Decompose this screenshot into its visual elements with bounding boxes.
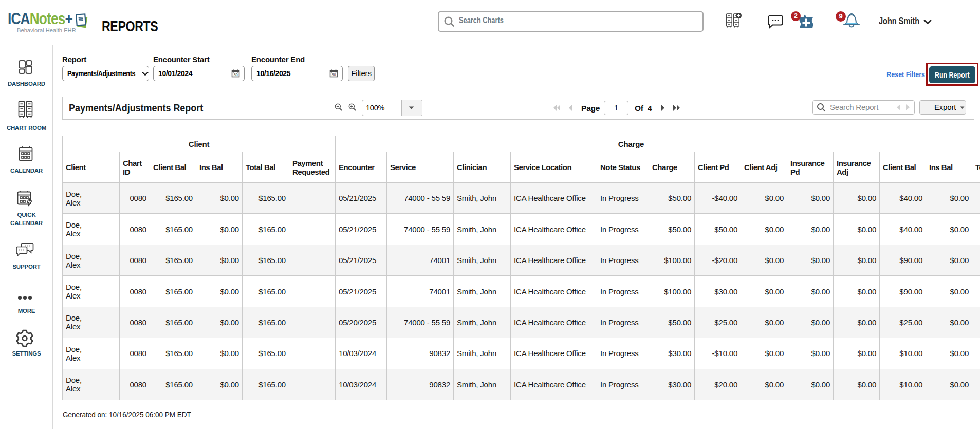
svg-text:30: 30 bbox=[332, 72, 336, 77]
svg-text:30: 30 bbox=[234, 72, 238, 77]
